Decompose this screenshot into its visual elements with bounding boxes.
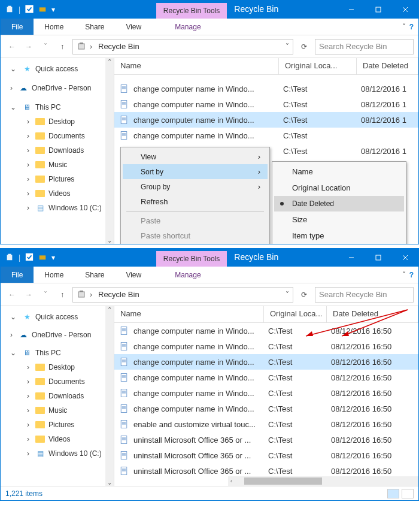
sort-item-type[interactable]: Item type xyxy=(274,228,404,244)
sidebar-desktop[interactable]: ›Desktop xyxy=(1,360,114,374)
col-name[interactable]: Name xyxy=(114,306,264,322)
address-bar[interactable]: › Recycle Bin ˅ xyxy=(72,287,293,303)
ctx-view[interactable]: View› xyxy=(123,149,268,164)
ribbon-expand-icon[interactable]: ˅ xyxy=(402,271,406,279)
checkbox-icon[interactable] xyxy=(25,253,34,263)
sidebar-this-pc[interactable]: ⌄🖥This PC xyxy=(1,100,114,114)
ctx-group-by[interactable]: Group by› xyxy=(123,179,268,194)
view-tab[interactable]: View xyxy=(115,20,152,34)
file-row[interactable]: change computer name in Windo...C:\Test0… xyxy=(114,112,418,128)
forward-button[interactable]: → xyxy=(22,40,35,53)
horizontal-scrollbar[interactable]: ‹ xyxy=(228,476,418,486)
back-button[interactable]: ← xyxy=(5,40,19,53)
sidebar-this-pc[interactable]: ⌄🖥This PC xyxy=(1,346,114,360)
sidebar-pictures[interactable]: ›Pictures xyxy=(1,172,114,186)
titlebar[interactable]: | ▾ Recycle Bin Tools Recycle Bin xyxy=(1,1,418,19)
col-date-deleted[interactable]: Date Deleted xyxy=(327,306,418,322)
recent-dropdown[interactable]: ˅ xyxy=(39,288,52,301)
sidebar-quick-access[interactable]: ⌄★Quick access xyxy=(1,62,114,76)
home-tab[interactable]: Home xyxy=(34,268,74,282)
col-original-location[interactable]: Original Loca... xyxy=(264,306,327,322)
breadcrumb-recycle-bin[interactable]: Recycle Bin xyxy=(98,42,139,51)
sort-size[interactable]: Size xyxy=(274,211,404,228)
sidebar-scrollbar[interactable]: ⌃⌄ xyxy=(105,58,114,244)
address-bar[interactable]: › Recycle Bin ˅ xyxy=(72,39,293,55)
maximize-button[interactable] xyxy=(365,249,391,267)
back-button[interactable]: ← xyxy=(5,288,19,301)
up-button[interactable]: ↑ xyxy=(56,40,69,53)
minimize-button[interactable] xyxy=(338,1,365,19)
maximize-button[interactable] xyxy=(365,1,391,19)
sidebar-pictures[interactable]: ›Pictures xyxy=(1,418,114,432)
view-details-button[interactable] xyxy=(387,489,399,498)
file-row[interactable]: change computer name in Windo...C:\Test0… xyxy=(114,81,418,96)
sidebar-onedrive[interactable]: ›☁OneDrive - Person xyxy=(1,328,114,342)
chevron-right-icon[interactable]: › xyxy=(90,291,92,299)
breadcrumb-recycle-bin[interactable]: Recycle Bin xyxy=(98,290,139,299)
sidebar-documents[interactable]: ›Documents xyxy=(1,374,114,389)
file-row[interactable]: uninstall Microsoft Office 365 or ...C:\… xyxy=(114,432,418,448)
manage-tab[interactable]: Manage xyxy=(164,20,211,34)
recycle-bin-tools-tab[interactable]: Recycle Bin Tools xyxy=(156,3,227,19)
recycle-bin-tools-tab[interactable]: Recycle Bin Tools xyxy=(156,251,227,267)
file-row[interactable]: enable and customize virtual touc...C:\T… xyxy=(114,416,418,432)
sidebar-drive-c[interactable]: ›▤Windows 10 (C:) xyxy=(1,446,114,461)
sidebar-scrollbar[interactable]: ⌃⌄ xyxy=(105,306,114,486)
file-row[interactable]: change computer name in Windo...C:\Test0… xyxy=(114,338,418,354)
file-row[interactable]: change computer name in Windo...C:\Test0… xyxy=(114,323,418,338)
view-tab[interactable]: View xyxy=(115,268,152,282)
search-box[interactable]: Search Recycle Bin xyxy=(315,39,414,55)
file-row[interactable]: change computer name in Windo...C:\Test xyxy=(114,128,418,143)
sort-date-deleted[interactable]: Date Deleted xyxy=(274,196,404,211)
view-icons-button[interactable] xyxy=(402,489,414,498)
sort-name[interactable]: Name xyxy=(274,164,404,180)
ribbon-expand-icon[interactable]: ˅ xyxy=(402,23,406,31)
sidebar-desktop[interactable]: ›Desktop xyxy=(1,114,114,129)
col-name[interactable]: Name xyxy=(114,58,279,74)
manage-tab[interactable]: Manage xyxy=(164,268,211,282)
forward-button[interactable]: → xyxy=(22,288,35,301)
dropdown-icon[interactable]: ▾ xyxy=(51,253,55,262)
sidebar-videos[interactable]: ›Videos xyxy=(1,432,114,446)
recent-dropdown[interactable]: ˅ xyxy=(39,40,52,53)
ctx-sort-by[interactable]: Sort by› xyxy=(123,164,268,179)
share-tab[interactable]: Share xyxy=(74,20,115,34)
file-row[interactable]: change computer name in Windo...C:\Test0… xyxy=(114,96,418,112)
dropdown-icon[interactable]: ▾ xyxy=(51,5,55,14)
help-icon[interactable]: ? xyxy=(409,23,414,31)
sidebar-documents[interactable]: ›Documents xyxy=(1,129,114,143)
address-dropdown-icon[interactable]: ˅ xyxy=(286,43,289,51)
search-box[interactable]: Search Recycle Bin xyxy=(315,287,414,303)
ctx-refresh[interactable]: Refresh xyxy=(123,194,268,209)
sidebar-quick-access[interactable]: ⌄★Quick access xyxy=(1,310,114,324)
folder-icon[interactable] xyxy=(38,253,47,263)
sidebar-downloads[interactable]: ›Downloads xyxy=(1,389,114,403)
file-tab[interactable]: File xyxy=(1,19,34,35)
close-button[interactable] xyxy=(391,249,418,267)
refresh-button[interactable]: ⟳ xyxy=(297,40,311,54)
file-row[interactable]: change computer name in Windo...C:\Test0… xyxy=(114,401,418,416)
minimize-button[interactable] xyxy=(338,249,365,267)
sidebar-drive-c[interactable]: ›▤Windows 10 (C:) xyxy=(1,201,114,215)
folder-icon[interactable] xyxy=(38,5,47,15)
share-tab[interactable]: Share xyxy=(74,268,115,282)
file-row[interactable]: change computer name in Windo...C:\Test0… xyxy=(114,370,418,385)
file-row[interactable]: change computer name in Windo...C:\Test0… xyxy=(114,385,418,401)
checkbox-icon[interactable] xyxy=(25,5,34,15)
titlebar[interactable]: | ▾ Recycle Bin Tools Recycle Bin xyxy=(1,249,418,267)
file-tab[interactable]: File xyxy=(1,267,34,283)
home-tab[interactable]: Home xyxy=(34,20,74,34)
sidebar-music[interactable]: ›Music xyxy=(1,403,114,418)
sidebar-downloads[interactable]: ›Downloads xyxy=(1,143,114,158)
file-row[interactable]: change computer name in Windo...C:\Test0… xyxy=(114,354,418,370)
chevron-right-icon[interactable]: › xyxy=(90,43,92,51)
file-row[interactable]: uninstall Microsoft Office 365 or ...C:\… xyxy=(114,448,418,463)
sort-original-location[interactable]: Original Location xyxy=(274,180,404,196)
sidebar-videos[interactable]: ›Videos xyxy=(1,186,114,201)
help-icon[interactable]: ? xyxy=(409,271,414,279)
col-date-deleted[interactable]: Date Deleted xyxy=(357,58,418,74)
address-dropdown-icon[interactable]: ˅ xyxy=(286,291,289,299)
refresh-button[interactable]: ⟳ xyxy=(297,288,311,302)
col-original-location[interactable]: Original Loca... xyxy=(279,58,357,74)
sidebar-onedrive[interactable]: ›☁OneDrive - Person xyxy=(1,81,114,95)
